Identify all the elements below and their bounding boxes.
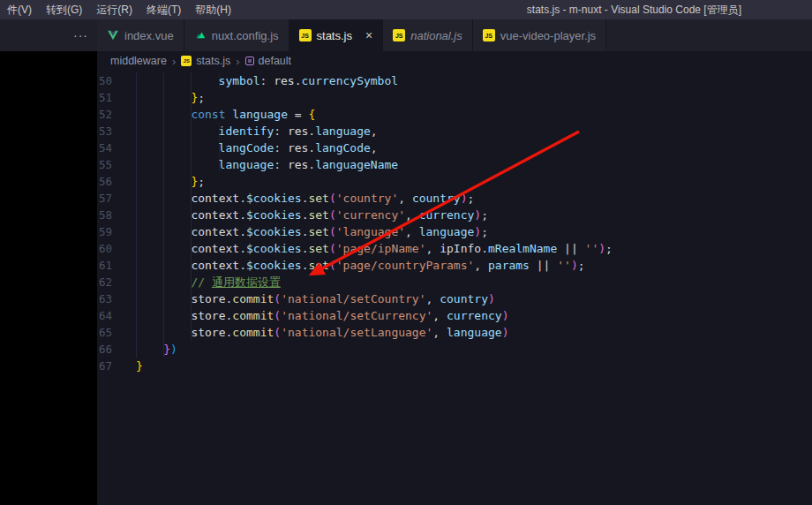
breadcrumb-separator: › [236,55,239,68]
line-number: 52 [97,106,136,123]
code-line-67: 67} [97,358,812,374]
tab-label: nuxt.config.js [212,29,279,42]
main-content: middleware›JSstats.js›default 50symbol: … [0,51,812,505]
side-panel [0,51,97,505]
tab-label: stats.js [317,29,352,42]
code-text: context.$cookies.set('country', country)… [136,190,474,207]
code-line-64: 64store.commit('national/setCurrency', c… [97,307,812,324]
menu-bar: 件(V)转到(G)运行(R)终端(T)帮助(H) [0,0,238,19]
code-text: // 通用数据设置 [136,274,281,290]
js-file-icon: JS [181,56,192,66]
tab-national.js[interactable]: JSnational.js [383,19,473,51]
code-line-59: 59context.$cookies.set('language', langu… [97,223,812,240]
code-lines: 50symbol: res.currencySymbol51};52const … [97,72,812,374]
line-number: 53 [97,123,136,139]
code-line-55: 55language: res.languageName [97,156,812,173]
line-number: 51 [97,89,136,106]
line-number: 65 [97,324,136,341]
line-number: 57 [97,190,136,207]
code-line-62: 62// 通用数据设置 [97,274,812,290]
code-text: context.$cookies.set('currency', currenc… [136,207,488,223]
line-number: 67 [97,358,136,374]
code-line-56: 56}; [97,173,812,190]
code-line-63: 63store.commit('national/setCountry', co… [97,290,812,307]
line-number: 54 [97,139,136,156]
menu-item-0[interactable]: 件(V) [0,0,39,19]
line-number: 62 [97,274,136,290]
code-line-65: 65store.commit('national/setLanguage', l… [97,324,812,341]
js-file-icon: JS [299,29,312,41]
breadcrumb-item-stats.js[interactable]: JSstats.js [181,55,230,67]
breadcrumb: middleware›JSstats.js›default [97,51,812,71]
editor-tabs: index.vuenuxt.config.jsJSstats.js×JSnati… [97,19,606,51]
code-text: context.$cookies.set('page/ipName', ipIn… [136,240,613,257]
code-text: }; [136,89,205,106]
tab-label: index.vue [124,29,174,42]
line-number: 63 [97,290,136,307]
code-text: const language = { [136,106,315,123]
title-bar: 件(V)转到(G)运行(R)终端(T)帮助(H) stats.js - m-nu… [0,0,812,19]
line-number: 55 [97,156,136,173]
tab-bar-left-spacer: ··· [0,19,97,51]
code-editor[interactable]: 50symbol: res.currencySymbol51};52const … [97,71,812,505]
code-text: store.commit('national/setCountry', coun… [136,290,495,307]
nuxt-icon [194,29,207,41]
code-text: }) [136,341,177,358]
tab-nuxt.config.js[interactable]: nuxt.config.js [184,19,289,51]
code-line-51: 51}; [97,89,812,106]
line-number: 50 [97,72,136,89]
breadcrumb-label: default [259,55,292,67]
line-number: 64 [97,307,136,324]
code-text: langCode: res.langCode, [136,139,378,156]
code-line-53: 53identify: res.language, [97,123,812,139]
breadcrumb-label: middleware [110,55,167,67]
line-number: 58 [97,207,136,223]
code-text: symbol: res.currencySymbol [136,72,398,89]
code-line-50: 50symbol: res.currencySymbol [97,72,812,89]
line-number: 59 [97,223,136,240]
code-text: language: res.languageName [136,156,398,173]
code-text: identify: res.language, [136,123,378,139]
more-actions-icon[interactable]: ··· [73,28,88,42]
js-file-icon: JS [483,29,495,41]
close-tab-icon[interactable]: × [365,29,372,41]
line-number: 66 [97,341,136,358]
breadcrumb-label: stats.js [196,55,230,67]
line-number: 61 [97,257,136,274]
code-line-60: 60context.$cookies.set('page/ipName', ip… [97,240,812,257]
line-number: 56 [97,173,136,190]
code-text: store.commit('national/setCurrency', cur… [136,307,508,324]
code-line-61: 61context.$cookies.set('page/countryPara… [97,257,812,274]
js-file-icon: JS [393,29,405,41]
code-text: }; [136,173,205,190]
line-number: 60 [97,240,136,257]
code-text: } [136,358,143,374]
tab-label: national.js [410,29,462,42]
menu-item-2[interactable]: 运行(R) [89,0,139,19]
tab-bar: ··· index.vuenuxt.config.jsJSstats.js×JS… [0,19,812,51]
breadcrumb-item-middleware[interactable]: middleware [110,55,167,67]
menu-item-4[interactable]: 帮助(H) [188,0,238,19]
editor-group: middleware›JSstats.js›default 50symbol: … [97,51,812,505]
code-text: context.$cookies.set('page/countryParams… [136,257,585,274]
tab-label: vue-video-player.js [500,29,596,42]
tab-vue-video-player.js[interactable]: JSvue-video-player.js [473,19,606,51]
code-line-66: 66}) [97,341,812,358]
code-text: store.commit('national/setLanguage', lan… [136,324,508,341]
menu-item-1[interactable]: 转到(G) [39,0,89,19]
tab-index.vue[interactable]: index.vue [97,19,184,51]
code-line-54: 54langCode: res.langCode, [97,139,812,156]
menu-item-3[interactable]: 终端(T) [139,0,188,19]
code-line-52: 52const language = { [97,106,812,123]
symbol-namespace-icon [245,57,254,65]
breadcrumb-item-default[interactable]: default [245,55,292,67]
vue-icon [107,29,119,41]
code-text: context.$cookies.set('language', languag… [136,223,488,240]
code-line-58: 58context.$cookies.set('currency', curre… [97,207,812,223]
tab-stats.js[interactable]: JSstats.js× [289,19,384,51]
breadcrumb-separator: › [172,55,176,68]
window-title: stats.js - m-nuxt - Visual Studio Code [… [527,0,741,19]
code-line-57: 57context.$cookies.set('country', countr… [97,190,812,207]
